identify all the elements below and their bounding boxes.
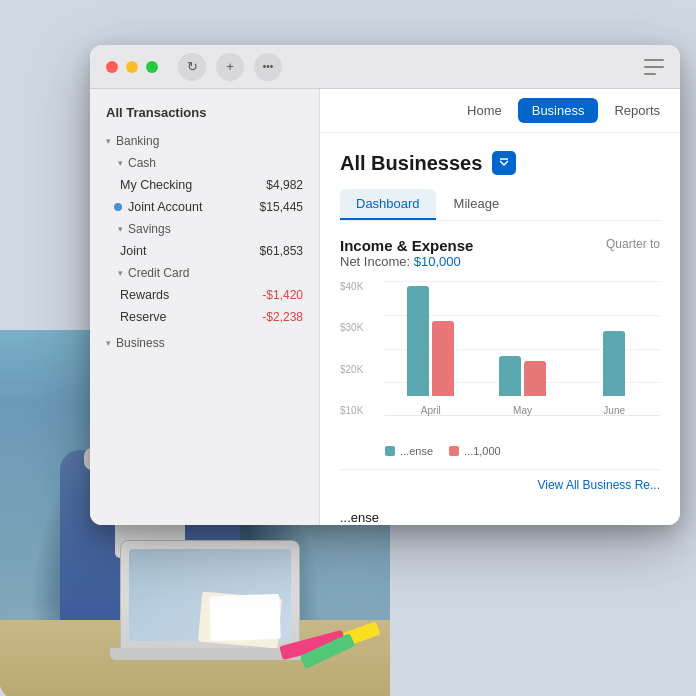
- sidebar-section-banking-header[interactable]: ▾ Banking: [90, 130, 319, 152]
- cash-label: Cash: [128, 156, 156, 170]
- april-label: April: [421, 405, 441, 416]
- maximize-button[interactable]: [146, 61, 158, 73]
- content-area: All Businesses Dashboard Mileage: [320, 133, 680, 525]
- joint-label: Joint: [120, 244, 260, 258]
- y-axis: $40K $30K $20K $10K: [340, 281, 385, 416]
- nav-home[interactable]: Home: [467, 103, 502, 118]
- sidebar-item-rewards[interactable]: Rewards -$1,420: [90, 284, 319, 306]
- section-title: Income & Expense: [340, 237, 473, 254]
- cash-chevron-icon: ▾: [118, 158, 123, 168]
- net-income: Net Income: $10,000: [340, 254, 473, 269]
- expense-legend-swatch: [449, 446, 459, 456]
- credit-label: Credit Card: [128, 266, 189, 280]
- sidebar-section-banking: ▾ Banking ▾ Cash My Checking $4,982 Join…: [90, 130, 319, 328]
- rewards-value: -$1,420: [262, 288, 303, 302]
- more-button[interactable]: •••: [254, 53, 282, 81]
- joint-account-label: Joint Account: [128, 200, 260, 214]
- reserve-label: Reserve: [120, 310, 262, 324]
- business-label: Business: [116, 336, 165, 350]
- joint-value: $61,853: [260, 244, 303, 258]
- report-list: View All Business Re... ...ense ...flows…: [340, 469, 660, 525]
- sidebar: All Transactions ▾ Banking ▾ Cash My Che…: [90, 89, 320, 525]
- expense-legend-label: ...1,000: [464, 445, 501, 457]
- chart-legend: ...ense ...1,000: [385, 445, 660, 457]
- sidebar-item-reserve[interactable]: Reserve -$2,238: [90, 306, 319, 328]
- net-income-value: $10,000: [414, 254, 461, 269]
- refresh-button[interactable]: ↻: [178, 53, 206, 81]
- sidebar-cash-header[interactable]: ▾ Cash: [90, 152, 319, 174]
- tab-dashboard[interactable]: Dashboard: [340, 189, 436, 220]
- bar-chart: $40K $30K $20K $10K: [340, 281, 660, 441]
- rewards-label: Rewards: [120, 288, 262, 302]
- title-bar: ↻ + •••: [90, 45, 680, 89]
- report-item-0[interactable]: ...ense ...flows and outflows, grouped b…: [340, 500, 660, 525]
- page-header: All Businesses: [340, 151, 660, 175]
- y-label-10k: $10K: [340, 405, 385, 416]
- expense-legend: ...1,000: [449, 445, 501, 457]
- svg-rect-1: [644, 66, 664, 68]
- joint-account-dot: [114, 203, 122, 211]
- nav-business[interactable]: Business: [518, 98, 599, 123]
- june-income-bar: [603, 331, 625, 396]
- may-expense-bar: [524, 361, 546, 396]
- y-label-40k: $40K: [340, 281, 385, 292]
- sidebar-item-joint[interactable]: Joint $61,853: [90, 240, 319, 262]
- tabs: Dashboard Mileage: [340, 189, 660, 221]
- sidebar-title: All Transactions: [90, 105, 319, 130]
- chart-section: Income & Expense Net Income: $10,000 Qua…: [340, 237, 660, 457]
- sidebar-item-joint-account[interactable]: Joint Account $15,445: [90, 196, 319, 218]
- svg-rect-0: [644, 59, 664, 61]
- bar-group-april: April: [385, 286, 477, 416]
- view-all-link[interactable]: View All Business Re...: [340, 470, 660, 500]
- title-bar-actions: ↻ + •••: [178, 53, 282, 81]
- minimize-button[interactable]: [126, 61, 138, 73]
- my-checking-label: My Checking: [120, 178, 266, 192]
- top-nav: Home Business Reports: [320, 89, 680, 133]
- chevron-icon: ▾: [106, 136, 111, 146]
- bar-group-june: June: [568, 331, 660, 416]
- sidebar-section-business: ▾ Business: [90, 332, 319, 354]
- report-item-0-title: ...ense: [340, 510, 660, 525]
- section-header: Income & Expense Net Income: $10,000 Qua…: [340, 237, 660, 269]
- sidebar-toggle[interactable]: [644, 59, 664, 75]
- add-button[interactable]: +: [216, 53, 244, 81]
- svg-rect-2: [644, 73, 656, 75]
- business-chevron-icon: ▾: [106, 338, 111, 348]
- main-content: Home Business Reports All Businesses: [320, 89, 680, 525]
- credit-chevron-icon: ▾: [118, 268, 123, 278]
- y-label-30k: $30K: [340, 322, 385, 333]
- april-income-bar: [407, 286, 429, 396]
- y-label-20k: $20K: [340, 364, 385, 375]
- sidebar-savings-header[interactable]: ▾ Savings: [90, 218, 319, 240]
- page-title: All Businesses: [340, 152, 482, 175]
- banking-label: Banking: [116, 134, 159, 148]
- nav-reports[interactable]: Reports: [614, 103, 660, 118]
- app-window: ↻ + ••• All Transactions ▾ Banking: [90, 45, 680, 525]
- savings-chevron-icon: ▾: [118, 224, 123, 234]
- close-button[interactable]: [106, 61, 118, 73]
- income-legend: ...ense: [385, 445, 433, 457]
- quarter-label: Quarter to: [606, 237, 660, 251]
- may-income-bar: [499, 356, 521, 396]
- may-label: May: [513, 405, 532, 416]
- my-checking-value: $4,982: [266, 178, 303, 192]
- income-legend-swatch: [385, 446, 395, 456]
- sidebar-credit-header[interactable]: ▾ Credit Card: [90, 262, 319, 284]
- app-body: All Transactions ▾ Banking ▾ Cash My Che…: [90, 89, 680, 525]
- tab-mileage[interactable]: Mileage: [438, 189, 516, 220]
- income-legend-label: ...ense: [400, 445, 433, 457]
- april-expense-bar: [432, 321, 454, 396]
- reserve-value: -$2,238: [262, 310, 303, 324]
- sidebar-section-business-header[interactable]: ▾ Business: [90, 332, 319, 354]
- bar-group-may: May: [477, 356, 569, 416]
- window-controls: [106, 61, 158, 73]
- sidebar-item-my-checking[interactable]: My Checking $4,982: [90, 174, 319, 196]
- joint-account-value: $15,445: [260, 200, 303, 214]
- savings-label: Savings: [128, 222, 171, 236]
- june-label: June: [603, 405, 625, 416]
- businesses-dropdown[interactable]: [492, 151, 516, 175]
